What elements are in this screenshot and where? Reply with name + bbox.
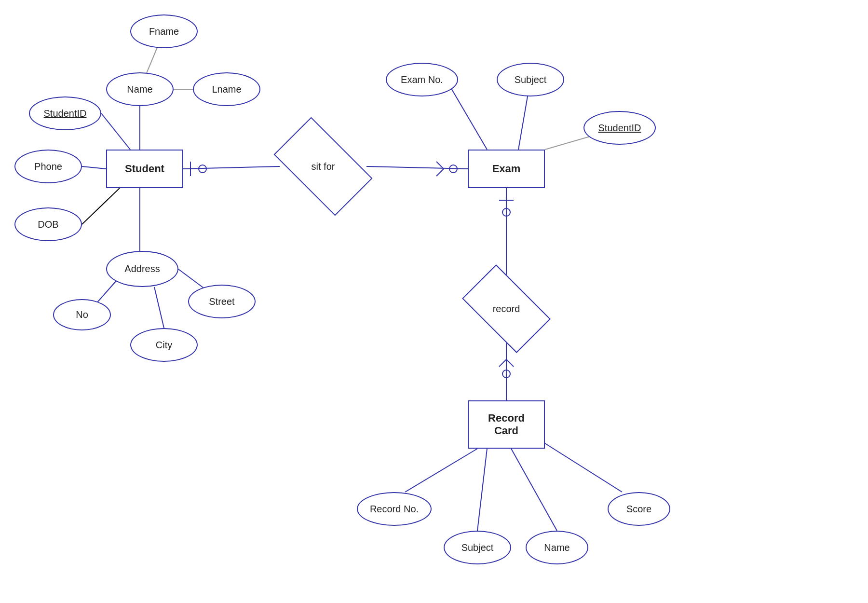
ellipse-record-no: Record No. — [357, 492, 432, 526]
ellipse-subject-rc: Subject — [444, 531, 511, 564]
svg-line-16 — [436, 169, 444, 176]
svg-line-13 — [366, 166, 468, 169]
diamond-sit-for: sit for — [280, 140, 366, 193]
svg-line-5 — [82, 188, 120, 224]
ellipse-exam-no: Exam No. — [386, 63, 458, 96]
svg-line-8 — [154, 287, 164, 328]
ellipse-score: Score — [608, 492, 670, 526]
svg-line-24 — [499, 359, 506, 367]
ellipse-city: City — [130, 328, 198, 362]
ellipse-studentid2: StudentID — [583, 111, 656, 145]
ellipse-dob: DOB — [14, 207, 82, 241]
svg-line-10 — [183, 166, 280, 169]
ellipse-studentid: StudentID — [29, 96, 101, 130]
svg-line-25 — [506, 359, 514, 367]
svg-point-22 — [502, 208, 510, 216]
ellipse-lname: Lname — [193, 72, 260, 106]
entity-record-card: RecordCard — [468, 400, 545, 449]
svg-point-12 — [199, 165, 206, 173]
svg-line-4 — [82, 166, 106, 169]
ellipse-fname: Fname — [130, 14, 198, 48]
diamond-record: record — [468, 285, 545, 333]
diagram-container: Student Exam RecordCard sit for record F… — [0, 0, 868, 603]
ellipse-street: Street — [188, 285, 256, 318]
ellipse-subject-exam: Subject — [497, 63, 564, 96]
ellipse-phone: Phone — [14, 150, 82, 183]
ellipse-name: Name — [106, 72, 174, 106]
entity-student: Student — [106, 150, 183, 188]
svg-point-26 — [502, 370, 510, 378]
svg-line-28 — [477, 449, 487, 531]
svg-line-15 — [436, 162, 444, 169]
svg-point-14 — [449, 165, 457, 173]
svg-line-29 — [511, 449, 557, 531]
ellipse-name-rc: Name — [526, 531, 588, 564]
ellipse-no: No — [53, 299, 111, 330]
entity-exam: Exam — [468, 150, 545, 188]
svg-line-17 — [446, 80, 487, 150]
svg-line-27 — [405, 449, 477, 492]
svg-line-2 — [101, 113, 130, 150]
ellipse-address: Address — [106, 251, 178, 287]
